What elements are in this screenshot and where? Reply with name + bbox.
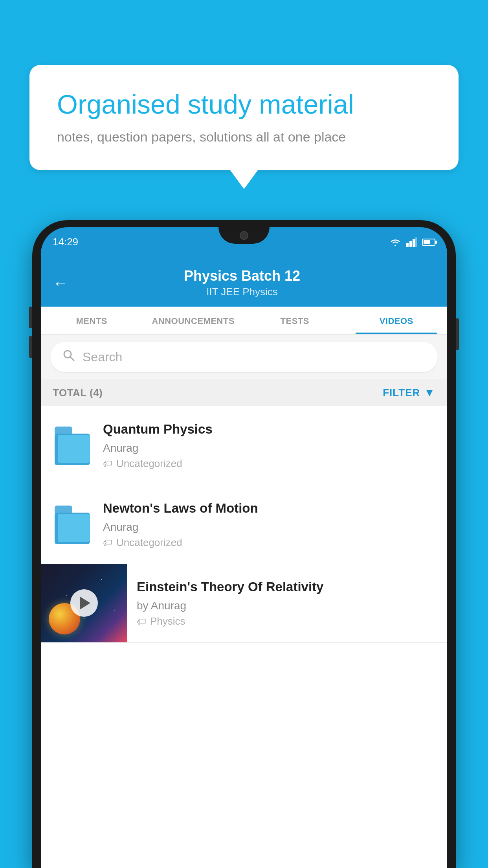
video-info: Einstein's Theory Of Relativity by Anura… xyxy=(127,568,435,638)
video-author: Anurag xyxy=(103,521,435,533)
tab-announcements[interactable]: ANNOUNCEMENTS xyxy=(143,307,244,334)
tag-icon: 🏷 xyxy=(103,537,112,548)
filter-bar: TOTAL (4) FILTER ▼ xyxy=(41,379,447,406)
video-title: Einstein's Theory Of Relativity xyxy=(137,579,426,596)
phone-screen: ← Physics Batch 12 IIT JEE Physics MENTS… xyxy=(41,257,447,868)
folder-icon xyxy=(55,426,90,465)
back-button[interactable]: ← xyxy=(53,275,68,291)
svg-rect-2 xyxy=(413,239,415,247)
bubble-title: Organised study material xyxy=(57,88,431,121)
filter-label: FILTER xyxy=(383,387,420,399)
status-time: 14:29 xyxy=(53,236,78,248)
svg-rect-1 xyxy=(409,241,412,247)
video-author: Anurag xyxy=(103,442,435,454)
notch xyxy=(218,227,270,244)
video-list: Quantum Physics Anurag 🏷 Uncategorized xyxy=(41,406,447,868)
total-count: TOTAL (4) xyxy=(53,387,103,399)
video-info: Newton's Laws of Motion Anurag 🏷 Uncateg… xyxy=(103,500,435,549)
header-center: Physics Batch 12 IIT JEE Physics xyxy=(80,268,404,298)
tab-ments[interactable]: MENTS xyxy=(41,307,143,334)
list-item[interactable]: Einstein's Theory Of Relativity by Anura… xyxy=(41,564,447,643)
tab-tests[interactable]: TESTS xyxy=(244,307,346,334)
vol-button-down xyxy=(29,336,32,358)
svg-line-5 xyxy=(70,357,74,360)
tag-label: Uncategorized xyxy=(116,458,182,470)
folder-icon xyxy=(55,505,90,544)
app-header: ← Physics Batch 12 IIT JEE Physics xyxy=(41,257,447,307)
search-container: Search xyxy=(41,335,447,379)
bubble-subtitle: notes, question papers, solutions all at… xyxy=(57,129,431,145)
video-tag: 🏷 Physics xyxy=(137,615,426,627)
video-tag: 🏷 Uncategorized xyxy=(103,458,435,470)
wifi-icon xyxy=(389,237,402,247)
video-thumbnail xyxy=(41,564,127,642)
power-button xyxy=(456,318,459,350)
status-icons xyxy=(389,237,435,247)
search-placeholder: Search xyxy=(83,350,122,364)
camera xyxy=(240,231,248,240)
search-icon xyxy=(62,349,75,365)
video-author: by Anurag xyxy=(137,600,426,612)
tag-label: Physics xyxy=(150,615,185,627)
tag-icon: 🏷 xyxy=(103,458,112,469)
tab-videos[interactable]: VIDEOS xyxy=(346,307,448,334)
phone-frame: 14:29 ← xyxy=(32,220,456,868)
list-item[interactable]: Quantum Physics Anurag 🏷 Uncategorized xyxy=(41,406,447,485)
speech-bubble: Organised study material notes, question… xyxy=(29,65,459,170)
header-title: Physics Batch 12 xyxy=(80,268,404,284)
svg-rect-3 xyxy=(415,237,417,247)
video-title: Quantum Physics xyxy=(103,421,435,438)
filter-icon: ▼ xyxy=(424,386,435,399)
play-icon xyxy=(80,597,90,609)
battery-icon xyxy=(422,239,435,246)
folder-front xyxy=(58,514,90,542)
video-info: Quantum Physics Anurag 🏷 Uncategorized xyxy=(103,421,435,470)
folder-icon-container xyxy=(53,424,92,467)
signal-icon xyxy=(406,237,417,247)
tab-bar: MENTS ANNOUNCEMENTS TESTS VIDEOS xyxy=(41,307,447,335)
list-item[interactable]: Newton's Laws of Motion Anurag 🏷 Uncateg… xyxy=(41,485,447,564)
tag-label: Uncategorized xyxy=(116,537,182,549)
svg-rect-0 xyxy=(406,243,409,247)
header-subtitle: IIT JEE Physics xyxy=(80,286,404,298)
status-bar: 14:29 xyxy=(41,227,447,257)
filter-button[interactable]: FILTER ▼ xyxy=(383,386,435,399)
folder-icon-container xyxy=(53,503,92,546)
vol-button-up xyxy=(29,307,32,328)
video-tag: 🏷 Uncategorized xyxy=(103,537,435,549)
tag-icon: 🏷 xyxy=(137,616,146,627)
folder-front xyxy=(58,435,90,463)
search-bar[interactable]: Search xyxy=(50,342,438,372)
video-title: Newton's Laws of Motion xyxy=(103,500,435,517)
play-button[interactable] xyxy=(70,589,98,617)
